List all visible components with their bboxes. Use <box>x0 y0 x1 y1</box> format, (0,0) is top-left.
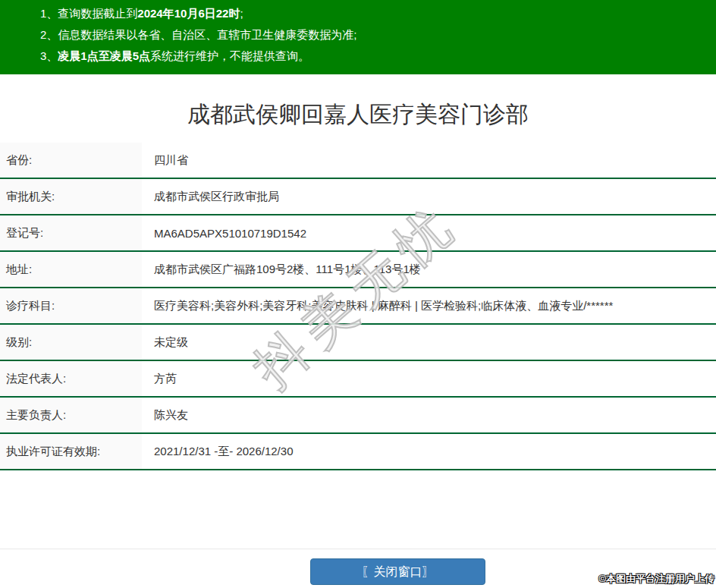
row-value: 未定级 <box>142 325 716 360</box>
row-value: 成都市武侯区行政审批局 <box>142 179 716 214</box>
footer-spacer <box>0 470 716 549</box>
table-row: 审批机关:成都市武侯区行政审批局 <box>0 179 716 215</box>
notice-text: 信息数据结果以各省、自治区、直辖市卫生健康委数据为准; <box>58 28 356 41</box>
notice-item: 3、凌晨1点至凌晨5点系统进行维护，不能提供查询。 <box>40 46 708 67</box>
notice-item: 1、查询数据截止到2024年10月6日22时; <box>40 3 708 24</box>
row-label: 法定代表人: <box>0 361 142 396</box>
notice-text: 系统进行维护，不能提供查询。 <box>150 49 309 62</box>
row-value: 2021/12/31 -至- 2026/12/30 <box>142 434 716 469</box>
row-label: 主要负责人: <box>0 398 142 432</box>
table-row: 地址:成都市武侯区广福路109号2楼、111号1楼、113号1楼 <box>0 252 716 288</box>
row-value: MA6AD5APX51010719D1542 <box>142 215 716 250</box>
page-title: 成都武侯卿回嘉人医疗美容门诊部 <box>0 102 716 127</box>
license-query-page: 1、查询数据截止到2024年10月6日22时;2、信息数据结果以各省、自治区、直… <box>0 0 716 588</box>
notice-number: 1、 <box>40 7 58 20</box>
notice-text-bold: 凌晨1点至凌晨5点 <box>58 49 150 62</box>
copyright-stamp: ©本图由平台注册用户上传 <box>598 572 714 586</box>
table-row: 诊疗科目:医疗美容科;美容外科;美容牙科;美容皮肤科 | 麻醉科 | 医学检验科… <box>0 288 716 325</box>
close-window-button[interactable]: 〖关闭窗口〗 <box>310 558 485 585</box>
table-row: 主要负责人:陈兴友 <box>0 398 716 434</box>
row-label: 省份: <box>0 143 142 178</box>
row-label: 审批机关: <box>0 179 142 214</box>
row-label: 地址: <box>0 252 142 287</box>
row-value: 医疗美容科;美容外科;美容牙科;美容皮肤科 | 麻醉科 | 医学检验科;临床体液… <box>142 288 716 323</box>
row-label: 诊疗科目: <box>0 288 142 323</box>
info-table: 省份:四川省审批机关:成都市武侯区行政审批局登记号:MA6AD5APX51010… <box>0 143 716 470</box>
notice-number: 2、 <box>40 28 58 41</box>
table-row: 执业许可证有效期:2021/12/31 -至- 2026/12/30 <box>0 434 716 470</box>
row-value: 四川省 <box>142 143 716 178</box>
notice-item: 2、信息数据结果以各省、自治区、直辖市卫生健康委数据为准; <box>40 24 708 46</box>
table-row: 省份:四川省 <box>0 143 716 179</box>
table-row: 登记号:MA6AD5APX51010719D1542 <box>0 215 716 252</box>
notice-text: ; <box>240 7 243 20</box>
notice-banner: 1、查询数据截止到2024年10月6日22时;2、信息数据结果以各省、自治区、直… <box>0 0 716 74</box>
row-label: 级别: <box>0 325 142 360</box>
table-row: 法定代表人:方芮 <box>0 361 716 398</box>
row-label: 登记号: <box>0 215 142 250</box>
notice-text-bold: 2024年10月6日22时 <box>137 7 240 20</box>
row-value: 成都市武侯区广福路109号2楼、111号1楼、113号1楼 <box>142 252 716 287</box>
row-value: 方芮 <box>142 361 716 396</box>
row-value: 陈兴友 <box>142 398 716 432</box>
notice-number: 3、 <box>40 49 58 62</box>
table-row: 级别:未定级 <box>0 325 716 361</box>
notice-text: 查询数据截止到 <box>58 7 137 20</box>
row-label: 执业许可证有效期: <box>0 434 142 469</box>
